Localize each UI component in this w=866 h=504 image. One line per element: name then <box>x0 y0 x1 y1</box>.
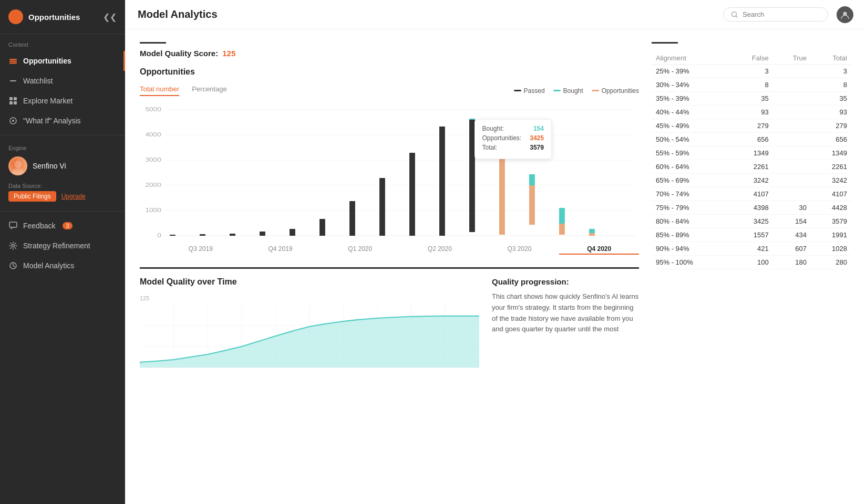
quality-score-section: Model Quality Score: 125 <box>140 42 639 58</box>
tab-total-number[interactable]: Total number <box>140 85 179 96</box>
cell-range: 65% - 69% <box>652 174 730 187</box>
minus-icon <box>8 76 18 86</box>
svg-point-9 <box>12 120 14 122</box>
cell-true: 180 <box>773 256 811 269</box>
cell-total: 3242 <box>811 174 851 187</box>
tooltip-total-value: 3579 <box>530 144 544 151</box>
right-column: Alignment False True Total 25% - 39%3330… <box>652 42 851 491</box>
logo-icon <box>8 9 23 24</box>
sidebar-item-opportunities[interactable]: Opportunities <box>0 51 125 71</box>
search-input[interactable] <box>743 10 816 18</box>
cell-false: 8 <box>730 78 773 92</box>
cell-total: 3 <box>811 65 851 78</box>
chart-legend: Passed Bought Opportunities <box>514 87 639 94</box>
cell-total: 1349 <box>811 146 851 160</box>
bottom-content: Model Quality over Time 125 <box>140 277 639 375</box>
sidebar-item-model-analytics[interactable]: Model Analytics <box>0 256 125 276</box>
svg-rect-33 <box>260 232 265 236</box>
cell-false: 1349 <box>730 146 773 160</box>
cell-true: 154 <box>773 215 811 228</box>
svg-rect-31 <box>200 234 205 236</box>
tooltip-bought-value: 154 <box>533 125 544 132</box>
table-row: 85% - 89%15574341991 <box>652 228 851 242</box>
sidebar-item-explore-market[interactable]: Explore Market <box>0 91 125 111</box>
svg-rect-3 <box>10 80 16 81</box>
table-row: 25% - 39%33 <box>652 65 851 78</box>
legend-bought-dot <box>553 90 561 91</box>
engine-label: Engine <box>8 145 117 151</box>
context-label: Context <box>0 34 125 51</box>
sidebar-item-feedback[interactable]: Feedback 3 <box>0 216 125 236</box>
cell-total: 2261 <box>811 160 851 174</box>
svg-rect-39 <box>439 127 445 236</box>
col-true: True <box>773 52 811 65</box>
chat-icon <box>8 221 18 230</box>
cell-false: 35 <box>730 92 773 106</box>
svg-rect-45 <box>529 174 535 185</box>
svg-rect-36 <box>349 201 355 236</box>
cell-true: 434 <box>773 228 811 242</box>
cell-true <box>773 119 811 133</box>
legend-passed-dot <box>514 90 521 91</box>
cell-true <box>773 92 811 106</box>
topbar: Model Analytics <box>125 0 866 29</box>
quality-score-value: 125 <box>222 49 235 58</box>
cell-false: 279 <box>730 119 773 133</box>
cell-total: 4107 <box>811 187 851 201</box>
table-row: 50% - 54%656656 <box>652 133 851 146</box>
svg-rect-34 <box>290 229 295 236</box>
feedback-badge: 3 <box>63 222 72 229</box>
quarter-q4-2020[interactable]: Q4 2020 <box>559 245 639 255</box>
table-row: 45% - 49%279279 <box>652 119 851 133</box>
cell-total: 1028 <box>811 242 851 256</box>
app-name: Opportunities <box>28 13 80 22</box>
quality-text-area: Quality progression: This chart shows ho… <box>492 277 639 375</box>
svg-rect-30 <box>170 235 176 236</box>
svg-point-14 <box>12 245 15 247</box>
cell-true <box>773 106 811 119</box>
tooltip-total-row: Total: 3579 <box>482 144 544 151</box>
quarter-q1-2020[interactable]: Q1 2020 <box>320 245 400 255</box>
quarter-q4-2019[interactable]: Q4 2019 <box>241 245 321 255</box>
tooltip-bought-row: Bought: 154 <box>482 125 544 132</box>
quality-chart-area: Model Quality over Time 125 <box>140 277 479 375</box>
opportunities-section: Opportunities Total number Percentage Pa… <box>140 67 639 255</box>
upgrade-link[interactable]: Upgrade <box>61 193 86 200</box>
collapse-button[interactable]: ❮❮ <box>103 12 117 22</box>
sidebar-item-label-feedback: Feedback <box>23 222 55 230</box>
cell-range: 40% - 44% <box>652 106 730 119</box>
page-title: Model Analytics <box>138 8 218 20</box>
quarter-q3-2020[interactable]: Q3 2020 <box>480 245 560 255</box>
cell-false: 3 <box>730 65 773 78</box>
table-row: 65% - 69%32423242 <box>652 174 851 187</box>
search-box[interactable] <box>723 7 828 22</box>
sidebar-header: Opportunities ❮❮ <box>0 0 125 34</box>
svg-text:3000: 3000 <box>146 157 162 163</box>
cell-true: 607 <box>773 242 811 256</box>
legend-passed: Passed <box>514 87 545 94</box>
layers-icon <box>8 56 18 66</box>
col-total: Total <box>811 52 851 65</box>
chart-tooltip: Bought: 154 Opportunities: 3425 Total: 3… <box>475 119 552 159</box>
sidebar-item-watchlist[interactable]: Watchlist <box>0 71 125 91</box>
user-avatar[interactable] <box>837 6 853 23</box>
col-alignment: Alignment <box>652 52 730 65</box>
quality-progression-text: This chart shows how quickly Senfino's A… <box>492 291 639 335</box>
tab-percentage[interactable]: Percentage <box>192 85 227 96</box>
quality-y-label: 125 <box>140 295 479 301</box>
cell-true <box>773 78 811 92</box>
quarter-q2-2020[interactable]: Q2 2020 <box>400 245 480 255</box>
sidebar-item-label-opportunities: Opportunities <box>23 57 71 65</box>
cell-total: 8 <box>811 78 851 92</box>
sidebar-item-what-if[interactable]: "What If" Analysis <box>0 111 125 131</box>
cell-false: 93 <box>730 106 773 119</box>
table-row: 55% - 59%13491349 <box>652 146 851 160</box>
table-row: 30% - 34%88 <box>652 78 851 92</box>
quality-over-time-section: Model Quality over Time 125 <box>140 267 639 375</box>
cell-range: 60% - 64% <box>652 160 730 174</box>
svg-rect-42 <box>499 146 505 235</box>
cell-total: 93 <box>811 106 851 119</box>
svg-rect-41 <box>469 119 475 120</box>
sidebar-item-strategy[interactable]: Strategy Refinement <box>0 236 125 256</box>
quarter-q3-2019[interactable]: Q3 2019 <box>161 245 241 255</box>
